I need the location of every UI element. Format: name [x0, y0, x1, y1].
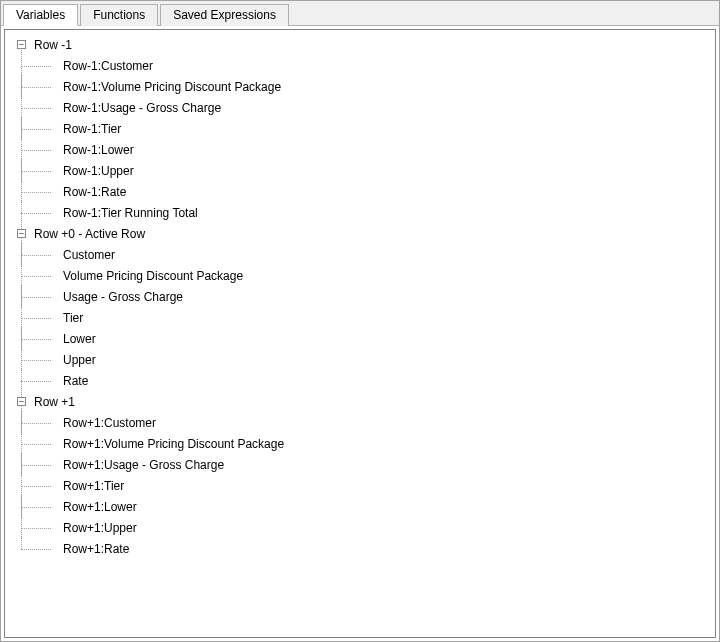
tree-item-label[interactable]: Tier: [61, 310, 85, 326]
tree-item[interactable]: Row+1:Rate: [7, 538, 713, 559]
tree-group[interactable]: −Row -1: [7, 34, 713, 55]
tree-item[interactable]: Row+1:Usage - Gross Charge: [7, 454, 713, 475]
tab-functions[interactable]: Functions: [80, 4, 158, 26]
minus-icon[interactable]: −: [17, 40, 26, 49]
tree-item-label[interactable]: Row-1:Lower: [61, 142, 136, 158]
tree-item[interactable]: Row+1:Upper: [7, 517, 713, 538]
tree-group[interactable]: −Row +1: [7, 391, 713, 412]
tree-item[interactable]: Row-1:Volume Pricing Discount Package: [7, 76, 713, 97]
tree-group-label[interactable]: Row +0 - Active Row: [32, 226, 147, 242]
tree-item[interactable]: Row-1:Rate: [7, 181, 713, 202]
tree-item[interactable]: Customer: [7, 244, 713, 265]
tree-item-label[interactable]: Usage - Gross Charge: [61, 289, 185, 305]
tree-item-label[interactable]: Row+1:Rate: [61, 541, 131, 557]
tree-branch-icon: [7, 538, 61, 559]
tree-branch-icon: [7, 496, 61, 517]
tree-item-label[interactable]: Row+1:Lower: [61, 499, 139, 515]
tree-item-label[interactable]: Row+1:Volume Pricing Discount Package: [61, 436, 286, 452]
tree-item[interactable]: Lower: [7, 328, 713, 349]
minus-icon[interactable]: −: [17, 229, 26, 238]
tree-branch-icon: [7, 55, 61, 76]
tree-item[interactable]: Row-1:Tier Running Total: [7, 202, 713, 223]
tree-branch-icon: [7, 139, 61, 160]
tree-branch-icon: [7, 307, 61, 328]
tree-branch-icon: [7, 454, 61, 475]
tree-item-label[interactable]: Row-1:Usage - Gross Charge: [61, 100, 223, 116]
tree-item-label[interactable]: Row-1:Rate: [61, 184, 128, 200]
tree-group[interactable]: −Row +0 - Active Row: [7, 223, 713, 244]
tree-item[interactable]: Usage - Gross Charge: [7, 286, 713, 307]
tree-item[interactable]: Row+1:Volume Pricing Discount Package: [7, 433, 713, 454]
tree-branch-icon: [7, 370, 61, 391]
tree-item-label[interactable]: Customer: [61, 247, 117, 263]
tree-item-label[interactable]: Row-1:Tier: [61, 121, 123, 137]
tab-bar: Variables Functions Saved Expressions: [1, 1, 719, 26]
tree-branch-icon: [7, 286, 61, 307]
tree-branch-icon: [7, 517, 61, 538]
tree-item[interactable]: Row-1:Lower: [7, 139, 713, 160]
tree-branch-icon: [7, 412, 61, 433]
tree-group-label[interactable]: Row -1: [32, 37, 74, 53]
tab-saved-expressions[interactable]: Saved Expressions: [160, 4, 289, 26]
tree-item[interactable]: Volume Pricing Discount Package: [7, 265, 713, 286]
tree-item[interactable]: Row-1:Tier: [7, 118, 713, 139]
tree-item-label[interactable]: Row+1:Upper: [61, 520, 139, 536]
tree-branch-icon: [7, 349, 61, 370]
tree-branch-icon: [7, 475, 61, 496]
tree-item[interactable]: Row+1:Customer: [7, 412, 713, 433]
tree-item-label[interactable]: Rate: [61, 373, 90, 389]
tree-item-label[interactable]: Volume Pricing Discount Package: [61, 268, 245, 284]
tree-item-label[interactable]: Row+1:Usage - Gross Charge: [61, 457, 226, 473]
tree-branch-icon: [7, 181, 61, 202]
tree-branch-icon: [7, 202, 61, 223]
tree-item-label[interactable]: Upper: [61, 352, 98, 368]
tab-variables[interactable]: Variables: [3, 4, 78, 26]
tree-item-label[interactable]: Row+1:Tier: [61, 478, 126, 494]
tree-item-label[interactable]: Row-1:Customer: [61, 58, 155, 74]
tree-item[interactable]: Row-1:Customer: [7, 55, 713, 76]
tree-branch-icon: [7, 328, 61, 349]
tree-item-label[interactable]: Row-1:Upper: [61, 163, 136, 179]
tree-view[interactable]: −Row -1Row-1:CustomerRow-1:Volume Pricin…: [4, 29, 716, 638]
tree-item[interactable]: Tier: [7, 307, 713, 328]
tree-item-label[interactable]: Row-1:Tier Running Total: [61, 205, 200, 221]
tree-root: −Row -1Row-1:CustomerRow-1:Volume Pricin…: [7, 34, 713, 559]
tree-item-label[interactable]: Row+1:Customer: [61, 415, 158, 431]
tree-item[interactable]: Rate: [7, 370, 713, 391]
tree-item[interactable]: Upper: [7, 349, 713, 370]
tree-item-label[interactable]: Lower: [61, 331, 98, 347]
tree-branch-icon: [7, 97, 61, 118]
tree-item[interactable]: Row-1:Upper: [7, 160, 713, 181]
minus-icon[interactable]: −: [17, 397, 26, 406]
tree-item-label[interactable]: Row-1:Volume Pricing Discount Package: [61, 79, 283, 95]
tree-branch-icon: [7, 160, 61, 181]
tree-branch-icon: [7, 244, 61, 265]
tree-branch-icon: [7, 265, 61, 286]
tree-group-label[interactable]: Row +1: [32, 394, 77, 410]
tree-branch-icon: [7, 76, 61, 97]
tree-item[interactable]: Row+1:Lower: [7, 496, 713, 517]
tree-branch-icon: [7, 118, 61, 139]
tree-item[interactable]: Row-1:Usage - Gross Charge: [7, 97, 713, 118]
tree-item[interactable]: Row+1:Tier: [7, 475, 713, 496]
tree-branch-icon: [7, 433, 61, 454]
